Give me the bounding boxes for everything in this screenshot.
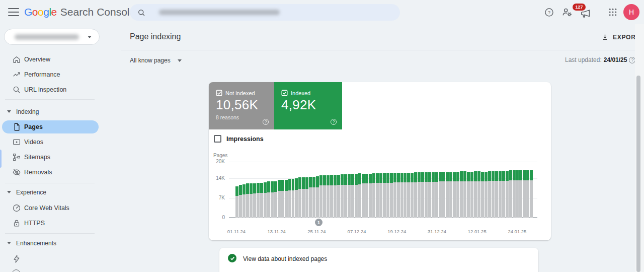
- bar[interactable]: [526, 170, 529, 218]
- bar[interactable]: [274, 181, 277, 218]
- bar[interactable]: [481, 172, 484, 218]
- bar[interactable]: [418, 172, 421, 218]
- sidebar-item-removals[interactable]: Removals: [0, 166, 101, 178]
- bar[interactable]: [383, 173, 386, 218]
- bar[interactable]: [442, 172, 445, 218]
- bar[interactable]: [348, 174, 351, 218]
- bar[interactable]: [404, 173, 407, 218]
- bar[interactable]: [351, 174, 354, 218]
- bar[interactable]: [334, 175, 337, 218]
- bar[interactable]: [246, 183, 249, 218]
- bar[interactable]: [432, 172, 435, 218]
- sidebar-section-experience[interactable]: Experience: [0, 187, 101, 198]
- bar[interactable]: [316, 176, 319, 218]
- bar[interactable]: [456, 172, 459, 218]
- bar[interactable]: [257, 183, 260, 218]
- sidebar-item-url-inspection[interactable]: URL inspection: [0, 84, 101, 96]
- impressions-checkbox[interactable]: Impressions: [214, 135, 264, 143]
- bar[interactable]: [495, 171, 498, 218]
- bar[interactable]: [386, 173, 389, 218]
- hamburger-menu-icon[interactable]: [8, 8, 19, 17]
- bar[interactable]: [341, 174, 344, 218]
- bar[interactable]: [509, 170, 512, 218]
- bar[interactable]: [435, 172, 438, 218]
- bar[interactable]: [235, 186, 238, 218]
- bar[interactable]: [271, 181, 274, 218]
- bar[interactable]: [393, 173, 396, 218]
- bar[interactable]: [337, 175, 340, 218]
- bar[interactable]: [516, 170, 519, 218]
- bar[interactable]: [369, 174, 372, 218]
- bar[interactable]: [485, 172, 488, 218]
- bar[interactable]: [362, 174, 365, 218]
- search-input[interactable]: [130, 4, 400, 21]
- bar[interactable]: [278, 180, 281, 218]
- bar[interactable]: [439, 172, 442, 218]
- bar[interactable]: [305, 177, 308, 218]
- bar[interactable]: [285, 180, 288, 218]
- bar[interactable]: [449, 172, 452, 218]
- sidebar-item-performance[interactable]: Performance: [0, 69, 101, 81]
- bar[interactable]: [530, 170, 533, 218]
- bar[interactable]: [327, 175, 330, 218]
- bar[interactable]: [492, 171, 495, 218]
- bar[interactable]: [467, 172, 470, 218]
- bar[interactable]: [323, 175, 326, 218]
- scrollbar-thumb[interactable]: [636, 76, 640, 272]
- bar[interactable]: [253, 183, 256, 218]
- bar[interactable]: [312, 177, 315, 218]
- bar[interactable]: [400, 173, 404, 218]
- bar[interactable]: [414, 172, 417, 218]
- indexed-summary-card[interactable]: Indexed 4,92K ?: [274, 82, 342, 129]
- not-indexed-summary-card[interactable]: Not indexed 10,56K 8 reasons ?: [209, 82, 274, 129]
- annotation-marker[interactable]: 1: [315, 219, 323, 226]
- bar[interactable]: [298, 177, 301, 218]
- bar[interactable]: [390, 173, 393, 218]
- bar[interactable]: [474, 171, 477, 218]
- bar[interactable]: [365, 174, 368, 218]
- bar[interactable]: [488, 171, 491, 218]
- app-logo[interactable]: Google Search Console: [24, 5, 135, 19]
- bar[interactable]: [295, 178, 298, 218]
- bar[interactable]: [319, 175, 323, 218]
- sidebar-item-pages-selected[interactable]: Pages: [2, 120, 99, 133]
- apps-grid-icon[interactable]: [607, 6, 619, 18]
- bar[interactable]: [397, 173, 400, 218]
- sidebar-section-indexing[interactable]: Indexing: [0, 106, 101, 117]
- sidebar-section-enhancements[interactable]: Enhancements: [0, 238, 101, 249]
- bar[interactable]: [281, 180, 284, 218]
- sidebar-item-core-web-vitals[interactable]: Core Web Vitals: [0, 202, 101, 214]
- bar[interactable]: [292, 179, 295, 218]
- bar[interactable]: [344, 174, 347, 218]
- bar[interactable]: [463, 171, 466, 218]
- bar[interactable]: [267, 181, 270, 218]
- bar[interactable]: [302, 177, 305, 218]
- bar[interactable]: [523, 170, 526, 218]
- bar[interactable]: [379, 173, 382, 218]
- page-filter-dropdown[interactable]: All know pages: [130, 57, 182, 64]
- bar[interactable]: [264, 182, 267, 218]
- bar[interactable]: [358, 173, 361, 218]
- bar[interactable]: [372, 173, 375, 218]
- bar[interactable]: [411, 173, 414, 218]
- bar[interactable]: [407, 173, 410, 218]
- bar[interactable]: [330, 175, 333, 218]
- bar[interactable]: [243, 184, 246, 218]
- bar[interactable]: [288, 179, 291, 218]
- help-circle-icon[interactable]: ?: [331, 119, 337, 125]
- bar[interactable]: [460, 171, 463, 218]
- sidebar-item-sitemaps[interactable]: Sitemaps: [0, 151, 101, 163]
- help-icon[interactable]: ?: [543, 6, 555, 18]
- sidebar-item-overview[interactable]: Overview: [0, 53, 101, 65]
- bar[interactable]: [506, 171, 509, 218]
- bar[interactable]: [513, 170, 516, 218]
- bar[interactable]: [446, 172, 449, 218]
- bar[interactable]: [309, 177, 312, 218]
- export-button[interactable]: EXPORT: [601, 31, 640, 43]
- bar[interactable]: [499, 171, 502, 218]
- bar[interactable]: [428, 172, 431, 218]
- property-selector[interactable]: [4, 29, 100, 45]
- bar[interactable]: [421, 172, 424, 218]
- bar[interactable]: [355, 174, 358, 218]
- sidebar-item-videos[interactable]: Videos: [0, 136, 101, 148]
